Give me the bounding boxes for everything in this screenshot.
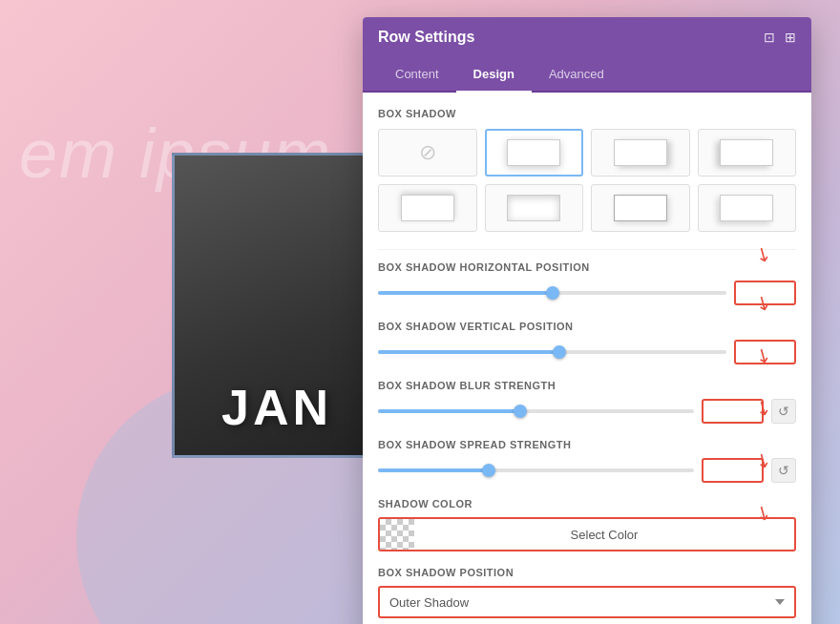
panel-content: Box Shadow Box Shadow Horizontal Positio… [363, 93, 811, 624]
box-shadow-label: Box Shadow [378, 108, 796, 119]
blur-strength-row: Box Shadow Blur Strength 53px ↺ [378, 380, 796, 424]
blur-strength-reset[interactable]: ↺ [771, 399, 796, 424]
tab-bar: Content Design Advanced [363, 57, 811, 93]
fullscreen-icon[interactable]: ⊡ [764, 30, 775, 45]
spread-strength-input[interactable]: 10px [702, 458, 764, 483]
horizontal-position-control: 0px [378, 281, 796, 305]
shadow-option-4[interactable] [378, 184, 477, 232]
tab-design[interactable]: Design [456, 57, 532, 93]
tab-content[interactable]: Content [378, 57, 456, 93]
color-select-label: Select Color [414, 522, 794, 548]
spread-strength-track[interactable] [378, 468, 694, 472]
blur-strength-control: 53px ↺ [378, 399, 796, 424]
vertical-position-row: Box Shadow Vertical Position 2px [378, 321, 796, 364]
shadow-color-row: Shadow Color Select Color [378, 498, 796, 551]
vertical-position-input[interactable]: 2px [734, 340, 796, 364]
spread-strength-reset[interactable]: ↺ [771, 458, 796, 483]
shadow-option-1[interactable] [485, 129, 584, 177]
shadow-options-grid [378, 129, 796, 232]
header-icons: ⊡ ⊞ [764, 30, 796, 45]
shadow-option-7[interactable] [698, 184, 797, 232]
color-selector[interactable]: Select Color [378, 517, 796, 551]
horizontal-position-label: Box Shadow Horizontal Position [378, 261, 796, 273]
spread-strength-row: Box Shadow Spread Strength 10px ↺ [378, 439, 796, 483]
shadow-color-label: Shadow Color [378, 498, 796, 510]
settings-panel: Row Settings ⊡ ⊞ Content Design Advanced… [363, 17, 811, 624]
shadow-position-label: Box Shadow Position [378, 567, 796, 578]
vertical-position-control: 2px [378, 340, 796, 364]
horizontal-position-track[interactable] [378, 291, 726, 295]
blur-strength-track[interactable] [378, 409, 694, 413]
shadow-option-2[interactable] [591, 129, 690, 177]
blur-strength-label: Box Shadow Blur Strength [378, 380, 796, 391]
shadow-option-3[interactable] [698, 129, 797, 177]
color-swatch [380, 519, 414, 550]
vertical-position-label: Box Shadow Vertical Position [378, 321, 796, 332]
image-panel: JAN [172, 153, 382, 458]
shadow-option-5[interactable] [485, 184, 584, 232]
tab-advanced[interactable]: Advanced [532, 57, 621, 93]
panel-header: Row Settings ⊡ ⊞ [363, 17, 811, 57]
shadow-position-row: Box Shadow Position Outer Shadow Inner S… [378, 567, 796, 618]
horizontal-position-input[interactable]: 0px [734, 281, 796, 305]
panel-title: Row Settings [378, 29, 474, 46]
image-panel-text: JAN [221, 379, 332, 455]
shadow-option-6[interactable] [591, 184, 690, 232]
horizontal-position-row: Box Shadow Horizontal Position 0px [378, 261, 796, 305]
spread-strength-label: Box Shadow Spread Strength [378, 439, 796, 450]
vertical-position-track[interactable] [378, 350, 726, 354]
shadow-position-select[interactable]: Outer Shadow Inner Shadow [378, 586, 796, 618]
blur-strength-input[interactable]: 53px [702, 399, 764, 424]
shadow-option-none[interactable] [378, 129, 477, 177]
columns-icon[interactable]: ⊞ [785, 30, 796, 45]
spread-strength-control: 10px ↺ [378, 458, 796, 483]
